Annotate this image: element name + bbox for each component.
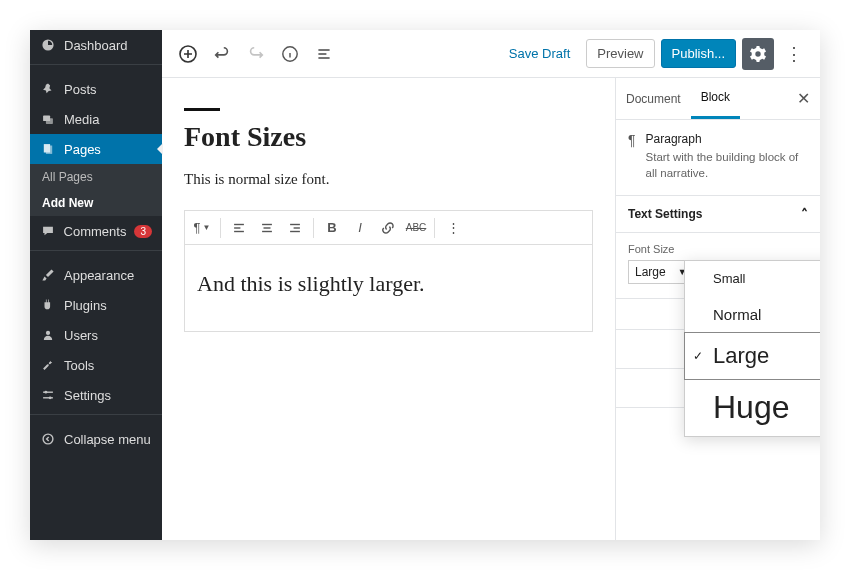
pin-icon: [40, 81, 56, 97]
sidebar-item-label: Comments: [64, 224, 127, 239]
sidebar-item-label: Appearance: [64, 268, 134, 283]
sidebar-item-label: Settings: [64, 388, 111, 403]
sidebar-item-dashboard[interactable]: Dashboard: [30, 30, 162, 60]
svg-rect-23: [290, 230, 300, 231]
block-more-button[interactable]: ⋮: [440, 215, 466, 241]
editor-toolbar: Save Draft Preview Publish... ⋮: [162, 30, 820, 78]
paragraph-block-large[interactable]: And this is slightly larger.: [185, 245, 592, 331]
tab-document[interactable]: Document: [616, 80, 691, 118]
align-right-button[interactable]: [282, 215, 308, 241]
font-size-value: Large: [635, 265, 666, 279]
sidebar-item-label: Posts: [64, 82, 97, 97]
svg-rect-15: [234, 223, 244, 224]
italic-button[interactable]: I: [347, 215, 373, 241]
font-size-option-huge[interactable]: Huge: [685, 379, 820, 436]
editor-canvas[interactable]: Font Sizes This is normal size font. ¶ ▼…: [162, 78, 615, 540]
svg-rect-12: [318, 49, 329, 51]
align-center-button[interactable]: [254, 215, 280, 241]
svg-rect-17: [234, 230, 244, 231]
sidebar-sub-all-pages[interactable]: All Pages: [30, 164, 162, 190]
add-block-button[interactable]: [174, 40, 202, 68]
undo-button[interactable]: [208, 40, 236, 68]
pages-icon: [40, 141, 56, 157]
svg-rect-20: [262, 230, 272, 231]
save-draft-link[interactable]: Save Draft: [499, 40, 580, 67]
panel-tabs: Document Block ✕: [616, 78, 820, 120]
sidebar-item-tools[interactable]: Tools: [30, 350, 162, 380]
sidebar-item-comments[interactable]: Comments 3: [30, 216, 162, 246]
svg-point-8: [49, 396, 52, 399]
sidebar-item-label: Pages: [64, 142, 101, 157]
section-title: Text Settings: [628, 207, 702, 221]
comments-badge: 3: [134, 225, 152, 238]
sidebar-item-appearance[interactable]: Appearance: [30, 260, 162, 290]
sidebar-item-label: Media: [64, 112, 99, 127]
svg-rect-18: [262, 223, 272, 224]
settings-gear-button[interactable]: [742, 38, 774, 70]
text-settings-header[interactable]: Text Settings ˄: [616, 196, 820, 233]
preview-button[interactable]: Preview: [586, 39, 654, 68]
svg-rect-21: [290, 223, 300, 224]
block-info: ¶ Paragraph Start with the building bloc…: [616, 120, 820, 196]
svg-rect-14: [318, 57, 329, 59]
block-type-button[interactable]: ¶ ▼: [189, 215, 215, 241]
block-type-desc: Start with the building block of all nar…: [646, 149, 808, 181]
paragraph-block-normal[interactable]: This is normal size font.: [184, 171, 593, 188]
sidebar-item-label: Collapse menu: [64, 432, 151, 447]
sidebar-item-users[interactable]: Users: [30, 320, 162, 350]
svg-point-7: [45, 391, 48, 394]
collapse-icon: [40, 431, 56, 447]
editor-main: Save Draft Preview Publish... ⋮ Font Siz…: [162, 30, 820, 540]
tab-block[interactable]: Block: [691, 78, 740, 119]
sidebar-item-media[interactable]: Media: [30, 104, 162, 134]
block-toolbar: ¶ ▼ B I ABC ⋮: [185, 211, 592, 245]
info-button[interactable]: [276, 40, 304, 68]
link-button[interactable]: [375, 215, 401, 241]
svg-rect-16: [234, 227, 240, 228]
font-size-option-normal[interactable]: Normal: [685, 296, 820, 333]
title-decoration: [184, 108, 220, 111]
panel-close-button[interactable]: ✕: [787, 89, 820, 108]
brush-icon: [40, 267, 56, 283]
font-size-label: Font Size: [628, 243, 808, 255]
svg-rect-1: [46, 118, 53, 124]
align-left-button[interactable]: [226, 215, 252, 241]
svg-rect-3: [46, 146, 52, 154]
sidebar-item-settings[interactable]: Settings: [30, 380, 162, 410]
sidebar-sub-add-new[interactable]: Add New: [30, 190, 162, 216]
svg-point-9: [43, 434, 53, 444]
svg-point-4: [46, 331, 50, 335]
plugin-icon: [40, 297, 56, 313]
sidebar-item-label: Dashboard: [64, 38, 128, 53]
selected-block: ¶ ▼ B I ABC ⋮ And this is slightly large: [184, 210, 593, 332]
bold-button[interactable]: B: [319, 215, 345, 241]
strikethrough-button[interactable]: ABC: [403, 215, 429, 241]
wrench-icon: [40, 357, 56, 373]
dashboard-icon: [40, 37, 56, 53]
sidebar-item-label: Tools: [64, 358, 94, 373]
chevron-up-icon: ˄: [801, 206, 808, 222]
redo-button[interactable]: [242, 40, 270, 68]
svg-rect-13: [318, 53, 326, 55]
block-type-name: Paragraph: [646, 132, 808, 146]
svg-rect-22: [294, 227, 300, 228]
svg-rect-19: [264, 227, 271, 228]
outline-button[interactable]: [310, 40, 338, 68]
font-size-option-large[interactable]: Large: [684, 332, 820, 380]
publish-button[interactable]: Publish...: [661, 39, 736, 68]
admin-sidebar: Dashboard Posts Media Pages All Pages Ad…: [30, 30, 162, 540]
font-size-option-small[interactable]: Small: [685, 261, 820, 296]
comment-icon: [40, 223, 56, 239]
sidebar-item-posts[interactable]: Posts: [30, 74, 162, 104]
sidebar-item-label: Users: [64, 328, 98, 343]
sidebar-item-plugins[interactable]: Plugins: [30, 290, 162, 320]
sidebar-item-pages[interactable]: Pages: [30, 134, 162, 164]
user-icon: [40, 327, 56, 343]
paragraph-icon: ¶: [628, 132, 636, 181]
sidebar-collapse[interactable]: Collapse menu: [30, 424, 162, 454]
sidebar-item-label: Plugins: [64, 298, 107, 313]
more-menu-button[interactable]: ⋮: [780, 43, 808, 65]
sliders-icon: [40, 387, 56, 403]
page-title[interactable]: Font Sizes: [184, 121, 593, 153]
font-size-dropdown: Small Normal Large Huge: [684, 260, 820, 437]
